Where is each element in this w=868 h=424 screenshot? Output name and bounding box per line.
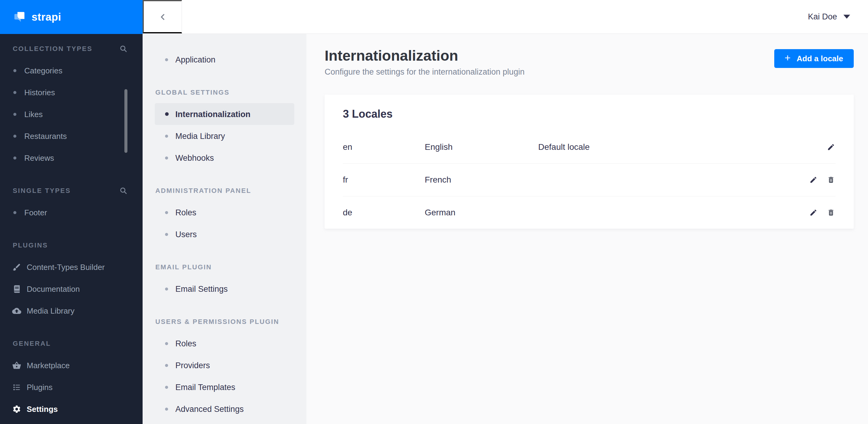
settings-item-media-library[interactable]: Media Library (155, 125, 294, 147)
sidebar-item-label: Marketplace (27, 361, 70, 370)
settings-item-label: Advanced Settings (175, 404, 244, 413)
sidebar-item-marketplace[interactable]: Marketplace (0, 354, 143, 376)
book-icon (12, 284, 21, 293)
settings-item-up-roles[interactable]: Roles (155, 332, 294, 354)
gear-icon (12, 404, 21, 413)
sidebar-item-label: Restaurants (24, 131, 67, 140)
sidebar-item-settings[interactable]: Settings (0, 398, 143, 420)
default-locale-badge: Default locale (538, 142, 826, 152)
sidebar-item-footer[interactable]: Footer (0, 201, 143, 223)
nav-section-header: SINGLE TYPES (0, 186, 143, 195)
edit-locale-button[interactable] (809, 208, 818, 217)
settings-sidebar: Application GLOBAL SETTINGS Internationa… (143, 34, 306, 424)
locales-card-title: 3 Locales (343, 107, 835, 121)
topbar: Kai Doe (143, 0, 868, 34)
locale-name: German (425, 208, 538, 218)
bullet-icon (165, 112, 169, 116)
sidebar-item-restaurants[interactable]: Restaurants (0, 125, 143, 147)
bullet-icon (165, 386, 168, 389)
cloud-upload-icon (12, 306, 21, 315)
edit-locale-button[interactable] (809, 175, 818, 185)
strapi-logo[interactable]: strapi (0, 0, 143, 34)
settings-item-advanced-settings[interactable]: Advanced Settings (155, 398, 294, 420)
edit-locale-button[interactable] (826, 142, 835, 152)
sidebar-item-label: Histories (24, 88, 55, 97)
table-row-fr[interactable]: fr French (343, 163, 835, 196)
settings-item-label: Application (175, 55, 215, 64)
locale-name: French (425, 175, 538, 185)
delete-locale-button[interactable] (826, 208, 835, 217)
nav-section-general: GENERAL Marketplace Plugins Settings (0, 338, 143, 420)
sidebar-scrollbar[interactable] (124, 89, 127, 153)
user-name: Kai Doe (808, 12, 837, 21)
caret-down-icon (843, 14, 850, 19)
settings-item-label: Email Templates (175, 383, 236, 392)
basket-icon (12, 361, 21, 370)
main-sidebar: strapi COLLECTION TYPES Categories Histo… (0, 0, 143, 424)
settings-item-admin-users[interactable]: Users (155, 223, 294, 245)
settings-item-email-templates[interactable]: Email Templates (155, 376, 294, 398)
row-actions (809, 175, 835, 185)
nav-section-single-types: SINGLE TYPES Footer (0, 186, 143, 223)
settings-item-email-settings[interactable]: Email Settings (155, 278, 294, 300)
bullet-icon (165, 342, 168, 345)
nav-section-header-label: SINGLE TYPES (13, 187, 71, 194)
paintbrush-icon (12, 262, 21, 271)
delete-locale-button[interactable] (826, 175, 835, 185)
sidebar-item-label: Footer (24, 208, 47, 217)
settings-item-label: Internationalization (175, 109, 251, 119)
sidebar-item-reviews[interactable]: Reviews (0, 147, 143, 169)
nav-section-plugins: PLUGINS Content-Types Builder Documentat… (0, 240, 143, 322)
sidebar-item-histories[interactable]: Histories (0, 81, 143, 103)
search-icon[interactable] (120, 44, 127, 53)
sidebar-item-label: Settings (27, 404, 58, 413)
nav-section-header-label: GENERAL (13, 340, 51, 347)
page-title: Internationalization (324, 47, 525, 65)
settings-item-label: Media Library (175, 131, 225, 140)
locales-card: 3 Locales en English Default locale fr F… (324, 95, 854, 229)
settings-item-application[interactable]: Application (155, 48, 294, 70)
sidebar-item-media-library[interactable]: Media Library (0, 300, 143, 322)
bullet-icon (165, 407, 168, 410)
trash-icon (827, 176, 835, 184)
settings-item-providers[interactable]: Providers (155, 354, 294, 376)
pencil-icon (809, 209, 817, 217)
user-menu[interactable]: Kai Doe (808, 12, 868, 21)
pencil-icon (809, 176, 817, 184)
sidebar-item-content-types-builder[interactable]: Content-Types Builder (0, 256, 143, 278)
strapi-logo-icon (13, 10, 26, 24)
sidebar-item-documentation[interactable]: Documentation (0, 278, 143, 300)
locales-table: en English Default locale fr French (343, 131, 835, 229)
chevron-left-icon (158, 12, 167, 22)
settings-item-internationalization[interactable]: Internationalization (155, 103, 294, 125)
settings-item-admin-roles[interactable]: Roles (155, 201, 294, 223)
settings-section-header: ADMINISTRATION PANEL (143, 186, 306, 195)
sidebar-item-label: Categories (24, 66, 62, 75)
search-icon[interactable] (120, 187, 127, 194)
bullet-icon (165, 156, 168, 159)
bullet-icon (13, 69, 17, 72)
main-content: Internationalization Configure the setti… (306, 34, 868, 424)
sidebar-item-label: Reviews (24, 153, 54, 162)
strapi-admin-app: strapi COLLECTION TYPES Categories Histo… (0, 0, 868, 424)
sidebar-item-likes[interactable]: Likes (0, 103, 143, 125)
sidebar-item-categories[interactable]: Categories (0, 60, 143, 81)
bullet-icon (165, 287, 168, 290)
trash-icon (827, 209, 835, 217)
settings-section-users-permissions-plugin: USERS & PERMISSIONS PLUGIN Roles Provide… (143, 317, 306, 420)
sidebar-item-label: Likes (24, 109, 43, 119)
page-header-text: Internationalization Configure the setti… (324, 47, 525, 76)
table-row-en[interactable]: en English Default locale (343, 131, 835, 163)
add-locale-button[interactable]: + Add a locale (774, 49, 854, 68)
table-row-de[interactable]: de German (343, 196, 835, 229)
bullet-icon (165, 211, 168, 214)
pencil-icon (827, 143, 835, 151)
settings-item-webhooks[interactable]: Webhooks (155, 147, 294, 169)
nav-section-header: PLUGINS (0, 240, 143, 250)
bullet-icon (13, 211, 17, 214)
back-button[interactable] (143, 0, 182, 33)
sidebar-item-plugins[interactable]: Plugins (0, 376, 143, 398)
row-actions (809, 208, 835, 217)
page-subtitle: Configure the settings for the internati… (324, 67, 525, 76)
nav-section-header: GENERAL (0, 338, 143, 348)
